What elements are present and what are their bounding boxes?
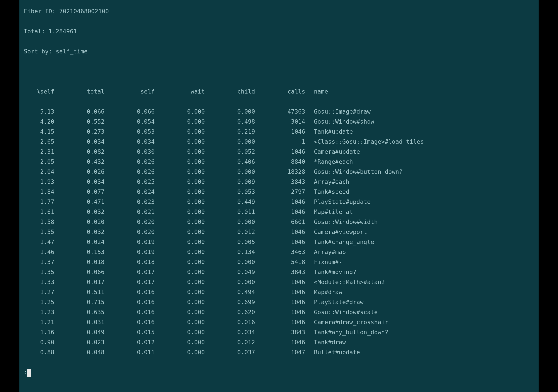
cell-self: 0.020 <box>105 217 155 227</box>
cell-child: 0.011 <box>205 207 255 217</box>
cell-name: PlayState#draw <box>314 297 534 307</box>
cell-total: 0.082 <box>54 147 105 157</box>
cell-wait: 0.000 <box>155 287 205 297</box>
cell-name: Array#map <box>314 247 534 257</box>
cell-wait: 0.000 <box>155 117 205 127</box>
cell-name: Array#each <box>314 177 534 187</box>
cell-total: 0.032 <box>54 207 105 217</box>
cell-calls: 1046 <box>255 307 305 317</box>
table-row: 1.250.7150.0160.0000.6991046PlayState#dr… <box>24 297 534 307</box>
cell-self: 0.016 <box>105 287 155 297</box>
cell-self-pct: 1.84 <box>24 187 54 197</box>
cell-total: 0.048 <box>54 347 105 357</box>
cell-name: Gosu::Window#button_down? <box>314 167 534 177</box>
cell-wait: 0.000 <box>155 167 205 177</box>
col-self: self <box>105 86 155 97</box>
table-row: 2.650.0340.0340.0000.0001<Class::Gosu::I… <box>24 137 534 147</box>
table-row: 1.210.0310.0160.0000.0161046Camera#draw_… <box>24 317 534 327</box>
cell-calls: 3843 <box>255 177 305 187</box>
cell-total: 0.273 <box>54 127 105 137</box>
cell-name: Fixnum#- <box>314 257 534 267</box>
cell-calls: 1 <box>255 137 305 147</box>
col-name: name <box>314 86 534 97</box>
cell-self-pct: 0.88 <box>24 347 54 357</box>
cell-child: 0.000 <box>205 167 255 177</box>
cell-self: 0.020 <box>105 227 155 237</box>
cell-self: 0.026 <box>105 157 155 167</box>
cell-total: 0.024 <box>54 237 105 247</box>
cell-calls: 1046 <box>255 317 305 327</box>
cell-self-pct: 1.27 <box>24 287 54 297</box>
cell-self-pct: 1.58 <box>24 217 54 227</box>
table-row: 1.840.0770.0240.0000.0532797Tank#speed <box>24 187 534 197</box>
cell-self-pct: 4.15 <box>24 127 54 137</box>
table-row: 1.550.0320.0200.0000.0121046Camera#viewp… <box>24 227 534 237</box>
cell-total: 0.635 <box>54 307 105 317</box>
table-row: 0.880.0480.0110.0000.0371047Bullet#updat… <box>24 347 534 357</box>
cell-child: 0.012 <box>205 337 255 347</box>
cell-wait: 0.000 <box>155 257 205 267</box>
cell-calls: 1046 <box>255 287 305 297</box>
cell-child: 0.449 <box>205 197 255 207</box>
cell-name: Camera#update <box>314 147 534 157</box>
cell-name: Camera#draw_crosshair <box>314 317 534 327</box>
cell-self: 0.025 <box>105 177 155 187</box>
cell-self: 0.017 <box>105 267 155 277</box>
cell-total: 0.511 <box>54 287 105 297</box>
cell-calls: 3843 <box>255 327 305 337</box>
cell-child: 0.000 <box>205 217 255 227</box>
cell-name: Gosu::Window#show <box>314 117 534 127</box>
cell-wait: 0.000 <box>155 277 205 287</box>
table-row: 1.350.0660.0170.0000.0493843Tank#moving? <box>24 267 534 277</box>
cell-calls: 5418 <box>255 257 305 267</box>
cell-child: 0.012 <box>205 227 255 237</box>
cell-self-pct: 1.37 <box>24 257 54 267</box>
cell-calls: 1046 <box>255 207 305 217</box>
cell-self: 0.016 <box>105 317 155 327</box>
cell-total: 0.066 <box>54 267 105 277</box>
cell-child: 0.053 <box>205 187 255 197</box>
cell-name: Tank#update <box>314 127 534 137</box>
cell-self-pct: 1.16 <box>24 327 54 337</box>
cell-wait: 0.000 <box>155 127 205 137</box>
terminal-content[interactable]: ➜ code git:(master) ✗ ENABLE_PROFILING=1… <box>19 0 539 392</box>
cell-self: 0.053 <box>105 127 155 137</box>
table-row: 1.580.0200.0200.0000.0006601Gosu::Window… <box>24 217 534 227</box>
cell-calls: 1046 <box>255 197 305 207</box>
cell-self-pct: 2.65 <box>24 137 54 147</box>
cell-self-pct: 1.93 <box>24 177 54 187</box>
cell-calls: 1047 <box>255 347 305 357</box>
cell-wait: 0.000 <box>155 187 205 197</box>
cell-name: PlayState#update <box>314 197 534 207</box>
col-self-pct: %self <box>24 86 54 97</box>
cell-child: 0.000 <box>205 257 255 267</box>
cell-total: 0.026 <box>54 167 105 177</box>
cell-self-pct: 1.61 <box>24 207 54 217</box>
cell-calls: 1046 <box>255 147 305 157</box>
table-row: 4.150.2730.0530.0000.2191046Tank#update <box>24 127 534 137</box>
cell-name: Tank#moving? <box>314 267 534 277</box>
cell-name: Tank#change_angle <box>314 237 534 247</box>
cell-self-pct: 1.47 <box>24 237 54 247</box>
cell-child: 0.049 <box>205 267 255 277</box>
cell-name: Gosu::Image#draw <box>314 107 534 117</box>
cell-child: 0.000 <box>205 107 255 117</box>
pager-colon: : <box>24 367 27 377</box>
cell-total: 0.034 <box>54 177 105 187</box>
cell-calls: 47363 <box>255 107 305 117</box>
table-row: 1.460.1530.0190.0000.1343463Array#map <box>24 247 534 257</box>
cell-total: 0.432 <box>54 157 105 167</box>
cell-wait: 0.000 <box>155 217 205 227</box>
cell-self: 0.015 <box>105 327 155 337</box>
cell-calls: 8840 <box>255 157 305 167</box>
pager-prompt[interactable]: : <box>24 367 534 377</box>
cell-total: 0.049 <box>54 327 105 337</box>
table-row: 1.160.0490.0150.0000.0343843Tank#any_but… <box>24 327 534 337</box>
table-body: 5.130.0660.0660.0000.00047363Gosu::Image… <box>24 107 534 357</box>
cell-name: Bullet#update <box>314 347 534 357</box>
table-row: 1.270.5110.0160.0000.4941046Map#draw <box>24 287 534 297</box>
cell-child: 0.000 <box>205 137 255 147</box>
cell-calls: 1046 <box>255 297 305 307</box>
cell-self: 0.034 <box>105 137 155 147</box>
table-row: 1.610.0320.0210.0000.0111046Map#tile_at <box>24 207 534 217</box>
